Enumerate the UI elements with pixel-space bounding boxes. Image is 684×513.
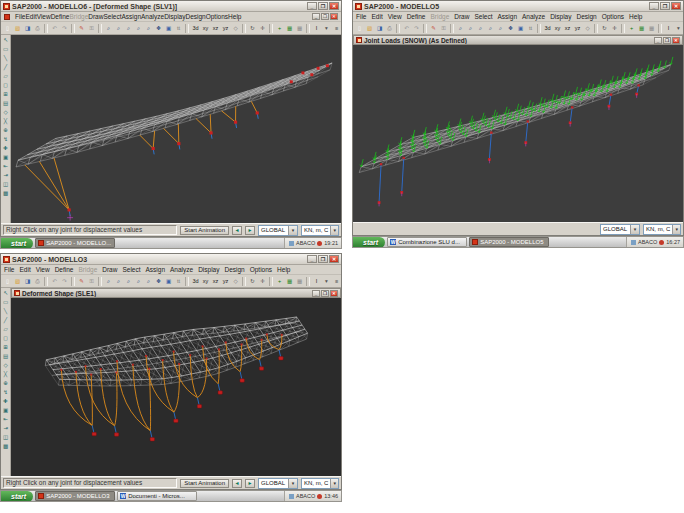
- object-shrink-icon[interactable]: tt: [526, 23, 535, 33]
- maximize-button[interactable]: ❐: [318, 255, 328, 263]
- child-window-titlebar[interactable]: Deformed Shape (SLE1) _ ❐ ✕: [11, 288, 341, 298]
- menu-analyze[interactable]: Analyze: [522, 13, 545, 20]
- view-xy-icon[interactable]: xy: [553, 23, 562, 33]
- lock-model-icon[interactable]: ⚿: [439, 23, 448, 33]
- menu-design[interactable]: Design: [185, 13, 205, 20]
- redo-icon[interactable]: ↷: [60, 23, 69, 33]
- view-3d-icon[interactable]: 3d: [543, 23, 552, 33]
- menu-assign[interactable]: Assign: [122, 13, 142, 20]
- view-yz-icon[interactable]: yz: [221, 23, 230, 33]
- draw-quad-icon[interactable]: ▱: [3, 72, 7, 81]
- view-yz-icon[interactable]: yz: [221, 276, 230, 286]
- zoom-full-icon[interactable]: ⌕: [466, 23, 475, 33]
- area-grid-icon[interactable]: ▦: [285, 23, 294, 33]
- menu-file[interactable]: File: [356, 13, 366, 20]
- rotate-view-icon[interactable]: ↻: [248, 23, 257, 33]
- view-xz-icon[interactable]: xz: [563, 23, 572, 33]
- print-icon[interactable]: ⎙: [33, 276, 42, 286]
- lock-model-icon[interactable]: ⚿: [87, 276, 96, 286]
- print-icon[interactable]: ⎙: [33, 23, 42, 33]
- align-left-icon[interactable]: ⇤: [3, 162, 8, 171]
- draw-area-icon[interactable]: ◻: [3, 81, 8, 90]
- maximize-button[interactable]: ❐: [660, 2, 670, 10]
- menu-design[interactable]: Design: [224, 266, 244, 273]
- align-right-icon[interactable]: ⇥: [3, 424, 8, 433]
- intersect-icon[interactable]: ╳: [4, 370, 7, 379]
- menu-design[interactable]: Design: [576, 13, 596, 20]
- child-minimize-button[interactable]: _: [654, 37, 662, 44]
- window-split-icon[interactable]: ◫: [3, 180, 8, 189]
- pan-icon[interactable]: ✥: [154, 276, 163, 286]
- area-grid-icon[interactable]: ▦: [285, 276, 294, 286]
- menu-file[interactable]: File: [15, 13, 25, 20]
- mesh-icon[interactable]: ▩: [3, 189, 8, 198]
- poly-icon[interactable]: ◇: [3, 361, 7, 370]
- units-dropdown[interactable]: KN, m, C▾: [301, 225, 339, 236]
- open-file-icon[interactable]: ▨: [13, 276, 22, 286]
- menu-edit[interactable]: Edit: [371, 13, 382, 20]
- quick-area-icon[interactable]: ⊞: [3, 343, 8, 352]
- intersect-icon[interactable]: ╳: [4, 117, 7, 126]
- display-options-icon[interactable]: ▣: [164, 276, 173, 286]
- taskbar-button[interactable]: WCombinazione SLU d...: [387, 237, 467, 247]
- section-dropdown-icon[interactable]: ▾: [322, 23, 331, 33]
- titlebar[interactable]: SAP2000 - MODELLO3 _ ❐ ✕: [1, 254, 341, 265]
- undo-icon[interactable]: ↶: [402, 23, 411, 33]
- lock-model-icon[interactable]: ⚿: [87, 23, 96, 33]
- solid-grid-icon[interactable]: ▦: [295, 276, 304, 286]
- save-icon[interactable]: ◨: [23, 23, 32, 33]
- menu-view[interactable]: View: [36, 266, 50, 273]
- view-xy-icon[interactable]: xy: [201, 276, 210, 286]
- close-button[interactable]: ✕: [329, 2, 339, 10]
- start-animation-button[interactable]: Start Animation: [180, 479, 229, 488]
- zoom-previous-icon[interactable]: ⌕: [476, 23, 485, 33]
- draw-solid-icon[interactable]: ▤: [3, 99, 8, 108]
- zoom-full-icon[interactable]: ⌕: [114, 276, 123, 286]
- menu-options[interactable]: Options: [602, 13, 624, 20]
- mesh-icon[interactable]: ▩: [3, 442, 8, 451]
- animation-forward-button[interactable]: ►: [245, 226, 255, 235]
- pan-icon[interactable]: ✥: [506, 23, 515, 33]
- menu-assign[interactable]: Assign: [146, 266, 166, 273]
- titlebar[interactable]: SAP2000 - MODELLO5 _ ❐ ✕: [353, 1, 683, 12]
- poly-icon[interactable]: ◇: [3, 108, 7, 117]
- snap-line-icon[interactable]: ↯: [3, 388, 8, 397]
- child-window-icon[interactable]: [4, 14, 10, 20]
- list-display-icon[interactable]: ≡: [332, 276, 341, 286]
- menu-select[interactable]: Select: [474, 13, 492, 20]
- animation-back-button[interactable]: ◄: [232, 226, 242, 235]
- menu-define[interactable]: Define: [51, 13, 70, 20]
- child-window-titlebar[interactable]: Joint Loads (SNOW) (As Defined) _ ❐ ✕: [353, 35, 683, 45]
- solid-grid-icon[interactable]: ▦: [295, 23, 304, 33]
- zoom-out-icon[interactable]: ⌕: [144, 276, 153, 286]
- reshape-icon[interactable]: ▭: [3, 45, 8, 54]
- perspective-toggle-icon[interactable]: ◇: [231, 276, 240, 286]
- redo-icon[interactable]: ↷: [412, 23, 421, 33]
- start-button[interactable]: start: [1, 238, 33, 249]
- zoom-previous-icon[interactable]: ⌕: [124, 23, 133, 33]
- rotate-view-icon[interactable]: ↻: [248, 276, 257, 286]
- solid-grid-icon[interactable]: ▦: [647, 23, 656, 33]
- snap-line-icon[interactable]: ↯: [3, 135, 8, 144]
- taskbar-button[interactable]: SAP2000 - MODELLO5: [469, 237, 549, 247]
- zoom-in-icon[interactable]: ⌕: [134, 23, 143, 33]
- child-close-button[interactable]: ✕: [330, 290, 338, 297]
- quick-frame-icon[interactable]: ╱: [4, 316, 7, 325]
- display-options-icon[interactable]: ▣: [164, 23, 173, 33]
- undo-icon[interactable]: ↶: [50, 23, 59, 33]
- move-grid-icon[interactable]: ✛: [610, 23, 619, 33]
- taskbar-button[interactable]: WDocumenti - Micros...: [117, 491, 197, 501]
- menu-display[interactable]: Display: [550, 13, 571, 20]
- child-maximize-button[interactable]: ❐: [663, 37, 671, 44]
- align-right-icon[interactable]: ⇥: [3, 171, 8, 180]
- grid-box-icon[interactable]: ▣: [3, 153, 8, 162]
- new-model-icon[interactable]: ▯: [3, 23, 12, 33]
- zoom-in-icon[interactable]: ⌕: [134, 276, 143, 286]
- menu-draw[interactable]: Draw: [454, 13, 469, 20]
- pointer-icon[interactable]: ↖: [3, 289, 8, 298]
- menu-options[interactable]: Options: [250, 266, 272, 273]
- zoom-full-icon[interactable]: ⌕: [114, 23, 123, 33]
- redo-icon[interactable]: ↷: [60, 276, 69, 286]
- save-icon[interactable]: ◨: [375, 23, 384, 33]
- save-icon[interactable]: ◨: [23, 276, 32, 286]
